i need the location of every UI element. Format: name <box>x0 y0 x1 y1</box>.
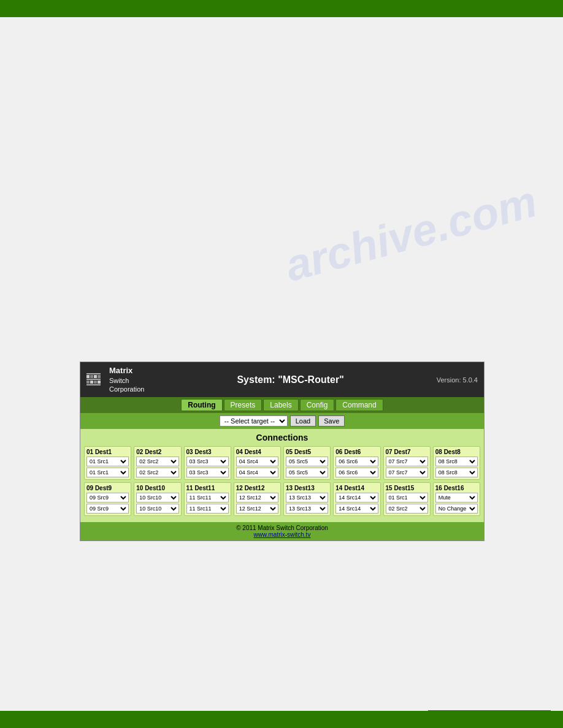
dest-label-16: 16 Dest16 <box>435 485 478 491</box>
dest-select2-1[interactable]: 01 Src1 <box>86 468 129 477</box>
dest-select1-16[interactable]: Mute <box>435 493 478 502</box>
dest-select1-8[interactable]: 08 Src8 <box>435 457 478 466</box>
dest-block-13: 13 Dest1313 Src1313 Src13 <box>283 482 331 516</box>
dest-block-4: 04 Dest404 Src404 Src4 <box>234 446 281 480</box>
nav-routing[interactable]: Routing <box>181 399 222 411</box>
dest-select2-8[interactable]: 08 Src8 <box>435 468 478 477</box>
dest-block-2: 02 Dest202 Src202 Src2 <box>134 446 181 480</box>
dest-block-9: 09 Dest909 Src909 Src9 <box>84 482 131 516</box>
dest-select2-6[interactable]: 06 Src6 <box>335 468 378 477</box>
dest-label-5: 05 Dest5 <box>286 449 328 455</box>
connections-title: Connections <box>84 433 480 442</box>
dest-select2-10[interactable]: 10 Src10 <box>136 504 178 514</box>
dest-select1-13[interactable]: 13 Src13 <box>286 493 328 502</box>
dest-label-1: 01 Dest1 <box>86 449 129 455</box>
logo-name-3: Corporation <box>109 385 144 393</box>
dest-label-12: 12 Dest12 <box>236 485 278 491</box>
dest-select2-16[interactable]: No Change <box>435 504 478 514</box>
toolbar: -- Select target -- Load Save <box>80 413 484 429</box>
dest-block-7: 07 Dest707 Src707 Src7 <box>383 446 431 480</box>
nav-bar: Routing Presets Labels Config Command <box>80 397 484 413</box>
logo-text: Matrix Switch Corporation <box>109 366 144 393</box>
dest-label-4: 04 Dest4 <box>236 449 278 455</box>
dest-select1-2[interactable]: 02 Src2 <box>136 457 178 466</box>
save-button[interactable]: Save <box>318 415 345 427</box>
dest-block-14: 14 Dest1414 Src1414 Src14 <box>333 482 380 516</box>
dest-grid: 01 Dest101 Src101 Src102 Dest202 Src202 … <box>84 446 480 516</box>
dest-select2-11[interactable]: 11 Src11 <box>186 504 229 514</box>
dest-select1-5[interactable]: 05 Src5 <box>286 457 328 466</box>
app-footer: © 2011 Matrix Switch Corporation www.mat… <box>80 522 484 540</box>
dest-label-9: 09 Dest9 <box>86 485 129 491</box>
dest-label-10: 10 Dest10 <box>136 485 178 491</box>
logo-icon <box>86 373 101 386</box>
dest-block-12: 12 Dest1212 Src1212 Src12 <box>234 482 281 516</box>
nav-labels[interactable]: Labels <box>263 399 298 411</box>
dest-select1-6[interactable]: 06 Src6 <box>335 457 378 466</box>
dest-select2-4[interactable]: 04 Src4 <box>236 468 278 477</box>
nav-config[interactable]: Config <box>300 399 335 411</box>
logo-name-2: Switch <box>109 376 144 385</box>
dest-select1-10[interactable]: 10 Src10 <box>136 493 178 502</box>
logo-name-main: Matrix <box>109 366 144 376</box>
watermark: archive.com <box>280 176 542 291</box>
footer-link[interactable]: www.matrix-switch.tv <box>254 531 311 538</box>
connections-area: Connections 01 Dest101 Src101 Src102 Des… <box>80 429 484 522</box>
dest-select2-12[interactable]: 12 Src12 <box>236 504 278 514</box>
dest-select1-1[interactable]: 01 Src1 <box>86 457 129 466</box>
logo-area: Matrix Switch Corporation <box>86 366 144 393</box>
dest-block-5: 05 Dest505 Src505 Src5 <box>283 446 331 480</box>
dest-block-3: 03 Dest303 Src303 Src3 <box>184 446 231 480</box>
dest-select1-9[interactable]: 09 Src9 <box>86 493 129 502</box>
dest-select1-7[interactable]: 07 Src7 <box>386 457 428 466</box>
target-select[interactable]: -- Select target -- <box>220 415 288 427</box>
version-text: Version: 5.0.4 <box>437 376 478 384</box>
nav-command[interactable]: Command <box>335 399 383 411</box>
dest-block-8: 08 Dest808 Src808 Src8 <box>433 446 480 480</box>
dest-select2-13[interactable]: 13 Src13 <box>286 504 328 514</box>
dest-label-8: 08 Dest8 <box>435 449 478 455</box>
app-header: Matrix Switch Corporation System: "MSC-R… <box>80 362 484 397</box>
dest-select1-12[interactable]: 12 Src12 <box>236 493 278 502</box>
top-bar <box>0 0 563 17</box>
dest-select1-14[interactable]: 14 Src14 <box>335 493 378 502</box>
app-container: Matrix Switch Corporation System: "MSC-R… <box>80 362 484 541</box>
dest-label-13: 13 Dest13 <box>286 485 328 491</box>
dest-select1-4[interactable]: 04 Src4 <box>236 457 278 466</box>
dest-block-11: 11 Dest1111 Src1111 Src11 <box>184 482 231 516</box>
dest-select2-2[interactable]: 02 Src2 <box>136 468 178 477</box>
dest-select2-15[interactable]: 02 Src2 <box>386 504 428 514</box>
dest-select1-3[interactable]: 03 Src3 <box>186 457 229 466</box>
dest-label-15: 15 Dest15 <box>386 485 428 491</box>
dest-label-14: 14 Dest14 <box>335 485 378 491</box>
dest-select1-15[interactable]: 01 Src1 <box>386 493 428 502</box>
load-button[interactable]: Load <box>290 415 316 427</box>
system-title: System: "MSC-Router" <box>144 374 436 385</box>
dest-block-6: 06 Dest606 Src606 Src6 <box>333 446 380 480</box>
dest-label-3: 03 Dest3 <box>186 449 229 455</box>
dest-label-6: 06 Dest6 <box>335 449 378 455</box>
dest-select2-3[interactable]: 03 Src3 <box>186 468 229 477</box>
dest-label-11: 11 Dest11 <box>186 485 229 491</box>
nav-presets[interactable]: Presets <box>224 399 262 411</box>
dest-select2-5[interactable]: 05 Src5 <box>286 468 328 477</box>
footer-copyright: © 2011 Matrix Switch Corporation <box>83 525 481 531</box>
dest-block-1: 01 Dest101 Src101 Src1 <box>84 446 131 480</box>
dest-label-2: 02 Dest2 <box>136 449 178 455</box>
bottom-bar <box>0 711 563 728</box>
dest-select2-9[interactable]: 09 Src9 <box>86 504 129 514</box>
dest-block-15: 15 Dest1501 Src102 Src2 <box>383 482 431 516</box>
dest-block-16: 16 Dest16MuteNo Change <box>433 482 480 516</box>
dest-select2-7[interactable]: 07 Src7 <box>386 468 428 477</box>
dest-select2-14[interactable]: 14 Src14 <box>335 504 378 514</box>
dest-label-7: 07 Dest7 <box>386 449 428 455</box>
dest-block-10: 10 Dest1010 Src1010 Src10 <box>134 482 181 516</box>
dest-select1-11[interactable]: 11 Src11 <box>186 493 229 502</box>
bottom-bar-line <box>428 710 551 711</box>
